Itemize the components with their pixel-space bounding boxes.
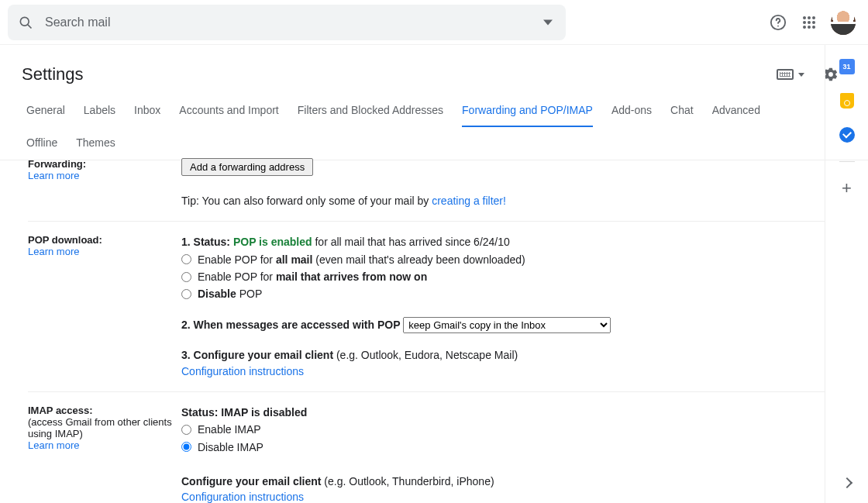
svg-line-1 [28,24,32,28]
tasks-icon[interactable] [839,127,855,143]
pop-option-disable[interactable]: Disable POP [181,286,809,301]
keep-icon[interactable] [839,93,855,109]
pop-radio-allmail[interactable] [181,254,191,264]
svg-point-11 [808,26,811,29]
svg-point-5 [808,16,811,19]
pop-learn-more[interactable]: Learn more [28,246,181,257]
forwarding-tip: Tip: You can also forward only some of y… [181,193,809,208]
imap-config-instructions-link[interactable]: Configuration instructions [181,489,809,503]
pop-status-value: POP is enabled [233,236,312,248]
tab-chat[interactable]: Chat [670,95,694,127]
side-panel: + [825,45,868,503]
svg-point-10 [803,26,806,29]
search-icon[interactable] [8,5,43,40]
imap-label: IMAP access: [28,405,181,416]
tab-addons[interactable]: Add-ons [611,95,652,127]
tab-general[interactable]: General [26,95,65,127]
imap-sublabel: (access Gmail from other clients using I… [28,416,181,439]
imap-option-disable[interactable]: Disable IMAP [181,439,809,455]
get-addons-icon[interactable]: + [839,181,855,196]
support-icon[interactable] [763,7,794,38]
settings-content[interactable]: Forwarding: Learn more Add a forwarding … [0,146,825,503]
pop-option-allmail[interactable]: Enable POP for all mail (even mail that'… [181,252,809,267]
forwarding-learn-more[interactable]: Learn more [28,170,181,181]
forwarding-label: Forwarding: [28,158,181,170]
tab-accounts-import[interactable]: Accounts and Import [179,95,278,127]
svg-point-12 [812,26,815,29]
imap-option-enable[interactable]: Enable IMAP [181,422,809,437]
svg-point-0 [20,17,29,26]
svg-point-9 [812,21,815,24]
svg-point-8 [808,21,811,24]
imap-radio-disable[interactable] [181,442,191,452]
pop-config-instructions-link[interactable]: Configuration instructions [181,363,809,379]
pop-radio-fromnow[interactable] [181,272,191,282]
search-input[interactable] [43,5,530,40]
section-pop: POP download: Learn more 1. Status: POP … [28,222,825,392]
tab-filters-blocked[interactable]: Filters and Blocked Addresses [298,95,443,127]
section-forwarding: Forwarding: Learn more Add a forwarding … [28,146,825,222]
pop-option-fromnow[interactable]: Enable POP for mail that arrives from no… [181,269,809,284]
sidepanel-divider [839,161,855,162]
svg-point-6 [812,16,815,19]
section-imap: IMAP access: (access Gmail from other cl… [28,392,825,503]
pop-label: POP download: [28,234,181,246]
tab-labels[interactable]: Labels [84,95,115,127]
pop-configure-line: 3. Configure your email client (e.g. Out… [181,347,809,363]
calendar-icon[interactable] [839,59,855,74]
title-bar: Settings [0,45,868,93]
hide-sidepanel-icon[interactable] [839,475,855,491]
svg-point-3 [777,25,779,26]
imap-learn-more[interactable]: Learn more [28,439,181,451]
imap-radio-enable[interactable] [181,425,191,435]
page-title: Settings [22,64,777,84]
pop-action-select[interactable]: keep Gmail's copy in the Inbox [403,317,611,333]
account-avatar[interactable] [831,10,856,35]
pop-radio-disable[interactable] [181,289,191,299]
search-options-dropdown[interactable] [530,5,566,40]
input-tools-button[interactable] [777,69,804,80]
svg-point-4 [803,16,806,19]
tab-inbox[interactable]: Inbox [134,95,160,127]
tab-advanced[interactable]: Advanced [712,95,760,127]
pop-when-accessed-row: 2. When messages are accessed with POP k… [181,317,809,333]
tab-forwarding-pop-imap[interactable]: Forwarding and POP/IMAP [462,95,593,127]
chevron-down-icon [798,73,804,77]
pop-status-line: 1. Status: POP is enabled for all mail t… [181,234,809,250]
add-forwarding-address-button[interactable]: Add a forwarding address [181,158,313,176]
header-bar [0,0,868,45]
search-box[interactable] [8,5,566,40]
keyboard-icon [777,69,794,80]
imap-configure-line: Configure your email client (e.g. Outloo… [181,474,809,489]
svg-point-7 [803,21,806,24]
imap-status: Status: IMAP is disabled [181,406,307,419]
creating-filter-link[interactable]: creating a filter! [432,195,506,207]
apps-grid-icon[interactable] [794,7,825,38]
